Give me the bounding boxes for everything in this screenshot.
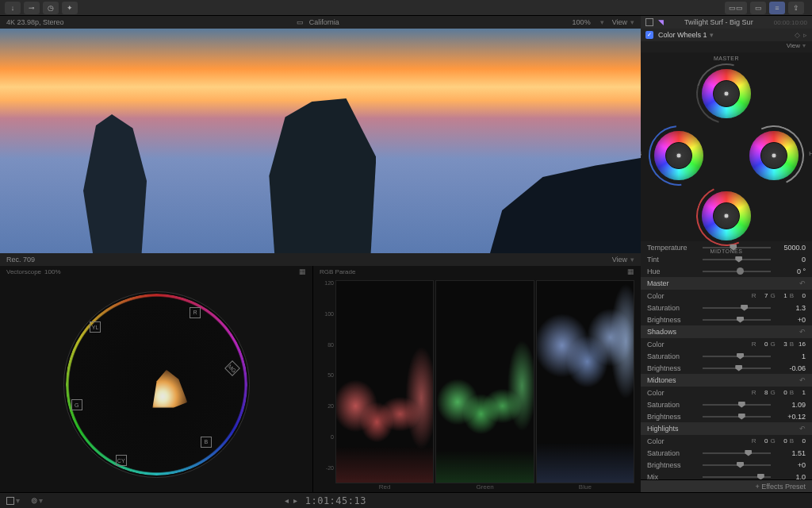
highlights-brightness-slider[interactable] (703, 464, 771, 466)
inspector-timecode: 00:00:10:00 (774, 19, 807, 26)
shadows-brightness-slider[interactable] (703, 368, 771, 369)
vscope-target-b: B (201, 437, 212, 448)
viewer-view-dropdown[interactable]: View (612, 18, 627, 26)
tint-slider[interactable] (703, 259, 771, 260)
tint-value[interactable]: 0 (776, 256, 806, 264)
shadows-saturation-slider[interactable] (703, 356, 771, 357)
shadows-saturation-label: Saturation (647, 352, 698, 360)
shadows-reset-icon[interactable]: ↶ (799, 328, 806, 336)
scopes-header-bar: Rec. 709 View ▾ (0, 253, 641, 266)
master-wheel[interactable]: MASTER (696, 64, 756, 124)
share-button[interactable]: ⇪ (788, 2, 804, 14)
enhance-button[interactable]: ✦ (62, 2, 78, 14)
temperature-slider[interactable] (703, 247, 771, 248)
next-correction-icon[interactable]: ▹ (803, 31, 807, 39)
color-inspector-tab[interactable]: ◥ (658, 18, 664, 26)
viewer[interactable] (0, 29, 641, 253)
import-button[interactable]: ↓ (5, 2, 21, 14)
scopes-view-dropdown[interactable]: View (612, 256, 627, 264)
master-brightness-row: Brightness +0 (641, 314, 812, 325)
master-section[interactable]: Master↶ (641, 277, 812, 290)
inspector-top-bar: ◥ Twilight Surf - Big Sur 00:00:10:00 (641, 16, 812, 29)
toolbar-btn-1[interactable]: ▭▭ (725, 2, 747, 14)
timeline-footer: ▾ ⊚ ▾ ◂ ▸ 1:01:45:13 (0, 492, 812, 508)
shadows-brightness-label: Brightness (647, 364, 698, 372)
video-inspector-tab[interactable] (645, 18, 653, 26)
midtones-wheel[interactable]: MIDTONES (696, 186, 756, 246)
parade-labels: RedGreenBlue (313, 483, 641, 492)
clip-name: California (309, 18, 339, 26)
midtones-saturation-value[interactable]: 1.09 (776, 401, 806, 409)
parade-green[interactable] (435, 280, 534, 483)
parade-blue[interactable] (536, 280, 634, 483)
highlights-mix-slider[interactable] (703, 476, 771, 478)
inspector-view-dropdown[interactable]: View (787, 42, 800, 52)
toolbar-btn-2[interactable]: ▭ (750, 2, 766, 14)
parade-red[interactable] (335, 280, 434, 483)
vectorscope-settings-icon[interactable]: ▦ (299, 267, 306, 275)
parade-settings-icon[interactable]: ▦ (627, 267, 634, 275)
master-saturation-slider[interactable] (703, 307, 771, 309)
highlights-mix-row: Mix 1.0 (641, 471, 812, 479)
highlights-saturation-slider[interactable] (703, 452, 771, 454)
master-brightness-slider[interactable] (703, 319, 771, 321)
master-reset-icon[interactable]: ↶ (799, 279, 806, 287)
master-brightness-label: Brightness (647, 316, 698, 324)
color-inspector-button[interactable]: ≡ (769, 2, 785, 14)
effect-enable-checkbox[interactable]: ✓ (645, 31, 653, 39)
highlights-section[interactable]: Highlights↶ (641, 422, 812, 435)
midtones-color-rgb[interactable]: R8G0B1 (698, 389, 806, 396)
vscope-target-r: R (190, 307, 201, 318)
hue-slider[interactable] (703, 271, 771, 272)
hue-label: Hue (647, 267, 698, 275)
keyword-button[interactable]: ⊸ (24, 2, 40, 14)
master-color-rgb[interactable]: R7G1B0 (698, 292, 806, 299)
play-forward-icon[interactable]: ▸ (293, 496, 297, 505)
parade-yaxis: 1201008050200-20 (316, 280, 334, 471)
zoom-dropdown[interactable]: 100% (573, 18, 591, 26)
temperature-value[interactable]: 5000.0 (776, 244, 806, 252)
highlights-mix-value[interactable]: 1.0 (776, 473, 806, 480)
midtones-brightness-label: Brightness (647, 413, 698, 421)
vscope-target-yl: YL (90, 321, 101, 333)
project-name: Twilight Surf - Big Sur (668, 18, 769, 26)
midtones-brightness-value[interactable]: +0.12 (776, 413, 806, 421)
hue-value[interactable]: 0 ° (776, 267, 806, 275)
prev-correction-icon[interactable]: ◇ (795, 31, 800, 39)
shadows-section[interactable]: Shadows↶ (641, 325, 812, 338)
highlights-wheel[interactable]: HIGHLIGHTS (744, 125, 804, 186)
shadows-saturation-value[interactable]: 1 (776, 352, 806, 360)
format-label: 4K 23.98p, Stereo (6, 18, 64, 26)
highlights-mix-label: Mix (647, 473, 698, 480)
midtones-saturation-slider[interactable] (703, 404, 771, 406)
highlights-saturation-label: Saturation (647, 449, 698, 457)
play-backward-icon[interactable]: ◂ (285, 496, 289, 505)
shadows-wheel[interactable]: SHADOWS (649, 125, 709, 186)
skimming-button[interactable]: ⊚ (31, 496, 37, 505)
midtones-saturation-row: Saturation 1.09 (641, 398, 812, 410)
highlights-saturation-value[interactable]: 1.51 (776, 449, 806, 457)
master-brightness-value[interactable]: +0 (776, 316, 806, 324)
shadows-saturation-row: Saturation 1 (641, 350, 812, 362)
highlights-reset-icon[interactable]: ↶ (799, 425, 806, 433)
temperature-label: Temperature (647, 244, 698, 252)
highlights-color-rgb[interactable]: R0G0B0 (698, 437, 806, 444)
vectorscope-panel: Vectorscope 100% ▦ R MG B CY G YL (0, 266, 313, 492)
master-saturation-value[interactable]: 1.3 (776, 304, 806, 312)
master-color-row: Color R7G1B0 (641, 290, 812, 302)
effect-name-dropdown[interactable]: Color Wheels 1 (658, 31, 707, 39)
vectorscope-display[interactable]: R MG B CY G YL (63, 291, 250, 478)
midtones-brightness-slider[interactable] (703, 416, 771, 418)
shadows-brightness-value[interactable]: -0.06 (776, 364, 806, 372)
shadows-color-rgb[interactable]: R0G3B16 (698, 341, 806, 348)
inspector-panel: ◥ Twilight Surf - Big Sur 00:00:10:00 ✓ … (641, 16, 812, 492)
vectorscope-scale: 100% (44, 268, 60, 275)
midtones-section[interactable]: Midtones↶ (641, 374, 812, 387)
bg-tasks-button[interactable]: ◷ (43, 2, 59, 14)
highlights-brightness-value[interactable]: +0 (776, 461, 806, 469)
playhead-timecode[interactable]: 1:01:45:13 (305, 495, 366, 506)
midtones-reset-icon[interactable]: ↶ (799, 376, 806, 384)
save-effects-preset-button[interactable]: + Effects Preset (641, 479, 812, 492)
vectorscope-title: Vectorscope (6, 268, 41, 275)
index-button[interactable] (6, 497, 14, 505)
